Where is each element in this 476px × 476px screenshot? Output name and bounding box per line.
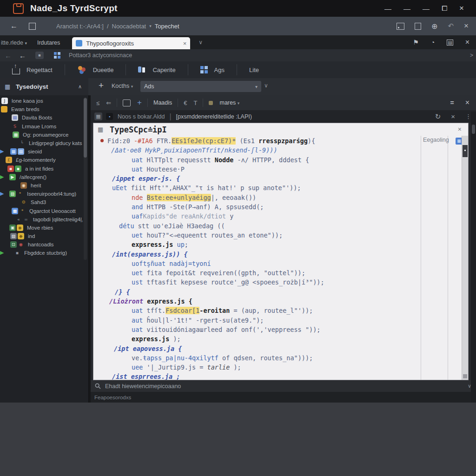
close-icon[interactable]: ×	[459, 4, 464, 13]
code-token: and	[132, 203, 147, 211]
tree-item[interactable]: ££g-lomomenterly	[0, 156, 83, 164]
close-icon[interactable]: ×	[465, 99, 469, 107]
back-icon[interactable]: ←	[19, 52, 26, 60]
tree-item[interactable]: ▶▪Fbgddce stucbrig)	[0, 249, 83, 257]
back-icon[interactable]: ←	[10, 22, 18, 30]
undo-icon[interactable]: ↶	[448, 22, 454, 30]
tree-item[interactable]: ▶▶/aifecgren()	[0, 173, 83, 181]
bookmark-icon[interactable]	[415, 23, 421, 30]
toolbar-item-lite[interactable]: Lite	[237, 61, 271, 78]
breadcrumb-item[interactable]: Noocadebtat	[112, 23, 146, 30]
euro-icon[interactable]: €	[184, 99, 187, 106]
toolbar-label[interactable]: Maadis	[153, 99, 172, 106]
toolbar-item-regettact[interactable]: Regettact	[0, 61, 65, 78]
type-icon[interactable]: Τ	[194, 99, 198, 106]
close-icon[interactable]: ×	[464, 21, 469, 31]
tree-item[interactable]: ◉herit	[0, 181, 83, 190]
close-icon[interactable]: ×	[451, 112, 455, 120]
code-token: uat	[132, 307, 147, 314]
scrollbar-thumb[interactable]	[84, 98, 87, 158]
tab-active[interactable]: Thypooflogoroxits ×	[72, 37, 190, 49]
breakpoint-marker[interactable]	[100, 139, 104, 142]
star-icon: *	[19, 208, 26, 214]
editor-scrollbar[interactable]	[462, 136, 468, 380]
toolbar-item-dueetle[interactable]: Dueetle	[65, 61, 126, 78]
table-icon: ▦	[12, 208, 18, 214]
restore-icon[interactable]: ⧠	[442, 4, 447, 13]
toolbar-item-caperite[interactable]: Caperite	[126, 61, 187, 78]
document-icon[interactable]: ▤	[447, 40, 453, 46]
tree-item[interactable]: ⚙Sahd3	[0, 198, 83, 206]
tree-item-label: Fbgddce stucbrig)	[24, 250, 67, 256]
tree-item[interactable]: ▨◆ind	[0, 232, 83, 240]
tree-item[interactable]: ▪▪a in int fides	[0, 165, 83, 173]
tree-item[interactable]: ▣◆Move rbies	[0, 224, 83, 232]
tab-close-icon[interactable]: ×	[180, 40, 187, 47]
code-editor[interactable]: ▦ TypeSCpc≐ipI × Fid:z0 -#IA6 FTR.EEs1ſe…	[93, 123, 469, 380]
close-icon[interactable]: ×	[458, 126, 462, 133]
tree-item[interactable]: SLrmaue Lroms	[0, 122, 83, 131]
flag-icon[interactable]: ⚑	[413, 39, 419, 46]
stop-icon[interactable]: ■	[35, 52, 44, 59]
caret-down-icon[interactable]: ▾	[149, 24, 152, 28]
tree-item[interactable]: ⊡◉hantcoadls	[0, 240, 83, 249]
back-icon[interactable]: ←	[5, 52, 12, 60]
square-icon[interactable]	[29, 23, 36, 30]
tree-item[interactable]: ▦Og: ponuamegorce	[0, 131, 83, 139]
tree-item-label: Qgarctot Ueooacott	[29, 208, 76, 214]
tree-item[interactable]: Ewan breds	[0, 105, 83, 113]
scrollbar-thumb[interactable]	[463, 145, 468, 157]
close-icon[interactable]: ×	[465, 38, 469, 46]
tree-item[interactable]: ▶▦▤sieoid	[0, 147, 83, 156]
scope-label[interactable]: Kocths ▾	[112, 83, 133, 89]
clock-icon[interactable]: ◔	[431, 39, 435, 46]
file-tree: Jlone kaoa josEwan breds▤Davita BootsSLr…	[0, 97, 83, 258]
tree-item[interactable]: Jlone kaoa jos	[0, 97, 83, 105]
mares-dropdown[interactable]: mares ▾	[219, 99, 239, 106]
code-area[interactable]: Fid:z0 -#IA6 FTR.EEs1ſeJe(cp:cE7)* (Es1 …	[107, 136, 418, 380]
chevron-down-icon[interactable]: ∨	[264, 82, 268, 89]
breadcrumb-item[interactable]: Aranclst t:-:ArA4:]	[56, 23, 104, 30]
sidebar-scrollbar[interactable]	[84, 97, 87, 260]
tree-item[interactable]: └Lirdjgrpegl giducy kats	[0, 139, 83, 147]
window-scrollbar[interactable]	[471, 112, 476, 403]
minimize-icon[interactable]: —	[384, 5, 391, 13]
mini-file-icon[interactable]: ▪	[106, 113, 113, 120]
path-segment[interactable]: Noos s bokar.Aldd	[118, 113, 165, 120]
breadcrumb[interactable]: Aranclst t:-:ArA4:] / Noocadebtat ▾ Tope…	[56, 23, 179, 30]
minimize-icon[interactable]: —	[423, 5, 430, 13]
add-icon[interactable]: +	[137, 98, 142, 107]
globe-icon[interactable]: ⊕	[431, 22, 437, 31]
double-left-icon[interactable]: ⇐	[106, 99, 111, 106]
configuration-dropdown[interactable]: Ads ▾	[140, 81, 261, 92]
sidebar-header[interactable]: ▦ Tysedoiyst ∧	[0, 78, 88, 95]
tree-item[interactable]: «=tagobdi |qlitectreiig4|,..	[0, 215, 83, 224]
tree-item[interactable]: ▦*Qgarctot Ueooacott	[0, 206, 83, 215]
toolbar-item-ags[interactable]: Ags	[188, 61, 237, 78]
panel-layout-icon[interactable]	[397, 23, 404, 30]
box-icon[interactable]	[123, 99, 131, 106]
add-icon[interactable]: +	[99, 80, 104, 91]
tree-item[interactable]: ▶▧*Iseeruirpoobrl4:tung)	[0, 190, 83, 198]
chevron-down-icon[interactable]: ∨	[198, 39, 203, 46]
refresh-icon[interactable]: ↻	[435, 112, 441, 121]
tab-overflow-label[interactable]: itte.rlede ▾	[1, 40, 27, 46]
expand-right-icon[interactable]: >	[470, 52, 476, 59]
search-input[interactable]: Ehadt hiewetencimepicoaano	[105, 383, 181, 390]
grid-icon[interactable]: ▦	[94, 112, 102, 120]
equals-icon[interactable]: =	[450, 99, 454, 106]
search-bar[interactable]: Ehadt hiewetencimepicoaano ∨	[91, 380, 476, 392]
tree-item[interactable]: ▤Davita Boots	[0, 113, 83, 122]
grid-icon[interactable]	[54, 52, 60, 59]
breadcrumb-item[interactable]: Topechet	[155, 23, 179, 30]
lte-icon[interactable]: ≤	[96, 99, 99, 106]
code-token: = (aup, routee_l"'));	[230, 307, 313, 314]
resize-corner-icon[interactable]	[463, 374, 467, 378]
tab-inactive[interactable]: Irdutares	[37, 40, 60, 46]
minimize-icon[interactable]: —	[403, 5, 410, 13]
scrollbar-thumb[interactable]	[472, 125, 475, 134]
tree-item-label: herit	[31, 183, 41, 188]
device-icon	[138, 66, 146, 73]
collapse-up-icon[interactable]: ∧	[78, 84, 88, 90]
path-segment[interactable]: [pxsmddenerelditetlide :LAPI)	[176, 113, 252, 120]
